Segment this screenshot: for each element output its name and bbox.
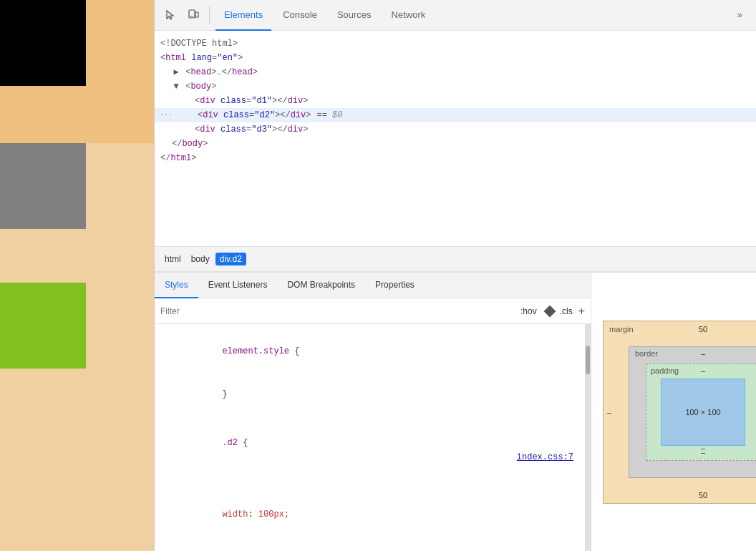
bottom-panel: Styles Event Listeners DOM Breakpoints P… xyxy=(155,272,756,551)
svg-rect-1 xyxy=(195,12,198,17)
diamond-icon[interactable] xyxy=(543,305,556,317)
html-close-line[interactable]: </html> xyxy=(155,151,756,165)
html-open-line[interactable]: <html lang="en"> xyxy=(155,51,756,65)
margin-bottom-value: 50 xyxy=(699,491,707,499)
d2-line[interactable]: ··· <div class="d2"></div> == $0 xyxy=(155,108,756,122)
devtools-panel: Elements Console Sources Network » <!DOC… xyxy=(154,0,756,551)
html-panel: <!DOCTYPE html> <html lang="en"> ▶ <head… xyxy=(155,31,756,246)
doctype-line: <!DOCTYPE html> xyxy=(155,36,756,51)
content-dimensions: 100 × 100 xyxy=(685,408,720,416)
d2-selector-line: .d2 { index.css:7 xyxy=(155,421,585,479)
add-style-icon[interactable]: + xyxy=(578,306,585,317)
styles-filter-toolbar: :hov .cls + xyxy=(155,298,591,324)
margin-left-value: – xyxy=(607,408,611,416)
padding-label: padding xyxy=(651,366,679,375)
cursor-icon[interactable] xyxy=(160,5,180,25)
tab-styles[interactable]: Styles xyxy=(155,273,198,298)
css-code: element.style { } .d2 { index.css:7 widt… xyxy=(155,324,585,551)
tab-dom-breakpoints[interactable]: DOM Breakpoints xyxy=(277,273,365,298)
cls-button[interactable]: .cls xyxy=(560,306,573,316)
margin-top-value: 50 xyxy=(699,325,707,333)
black-preview-box xyxy=(0,0,86,86)
head-triangle[interactable]: ▶ xyxy=(172,65,180,79)
content-box: 100 × 100 xyxy=(661,379,745,446)
dots-icon[interactable]: ··· xyxy=(160,109,172,121)
padding-top-value: – xyxy=(701,366,705,375)
tab-properties[interactable]: Properties xyxy=(365,273,425,298)
styles-panel: Styles Event Listeners DOM Breakpoints P… xyxy=(155,273,591,551)
breadcrumb-html[interactable]: html xyxy=(160,253,185,265)
body-open-line[interactable]: ▼ <body> xyxy=(155,79,756,94)
toolbar-divider-1 xyxy=(209,6,210,24)
tab-console[interactable]: Console xyxy=(274,0,326,31)
body-triangle[interactable]: ▼ xyxy=(172,79,180,94)
tab-sources[interactable]: Sources xyxy=(329,0,380,31)
breadcrumb-body[interactable]: body xyxy=(187,253,214,265)
border-bottom-value: – xyxy=(701,444,705,452)
devtools-toolbar: Elements Console Sources Network » xyxy=(155,0,756,31)
body-close-line[interactable]: </body> xyxy=(155,137,756,151)
tab-network[interactable]: Network xyxy=(383,0,435,31)
border-top-value: – xyxy=(701,349,705,358)
styles-tabs: Styles Event Listeners DOM Breakpoints P… xyxy=(155,273,591,298)
css-area: element.style { } .d2 { index.css:7 widt… xyxy=(155,324,591,551)
element-style-selector: element.style { xyxy=(155,330,585,373)
tab-elements[interactable]: Elements xyxy=(215,0,271,31)
breadcrumb-div-d2[interactable]: div.d2 xyxy=(215,253,246,265)
styles-scroll-thumb[interactable] xyxy=(586,346,590,374)
box-model-panel: margin 50 50 – – border – padding – xyxy=(591,273,756,551)
element-style-close: } xyxy=(155,373,585,416)
box-model: margin 50 50 – – border – padding – xyxy=(603,321,756,504)
margin-label: margin xyxy=(609,325,634,333)
green-preview-box xyxy=(0,283,86,369)
device-icon[interactable] xyxy=(183,5,203,25)
border-label: border xyxy=(635,349,658,358)
d3-line[interactable]: <div class="d3"></div> xyxy=(155,122,756,137)
filter-input[interactable] xyxy=(160,306,512,316)
tab-event-listeners[interactable]: Event Listeners xyxy=(198,273,278,298)
width-prop-line[interactable]: width: 100px; xyxy=(155,479,585,536)
preview-panel xyxy=(0,0,154,551)
css-source-link[interactable]: index.css:7 xyxy=(517,450,573,464)
head-line[interactable]: ▶ <head>…</head> xyxy=(155,65,756,79)
height-prop-line[interactable]: height: 100px; xyxy=(155,536,585,551)
styles-scrollbar[interactable] xyxy=(585,324,591,551)
tab-more[interactable]: » xyxy=(729,0,751,31)
gray-preview-box xyxy=(0,143,86,229)
d1-line[interactable]: <div class="d1"></div> xyxy=(155,94,756,108)
hov-button[interactable]: :hov xyxy=(518,305,540,318)
breadcrumb-bar: html body div.d2 xyxy=(155,246,756,272)
